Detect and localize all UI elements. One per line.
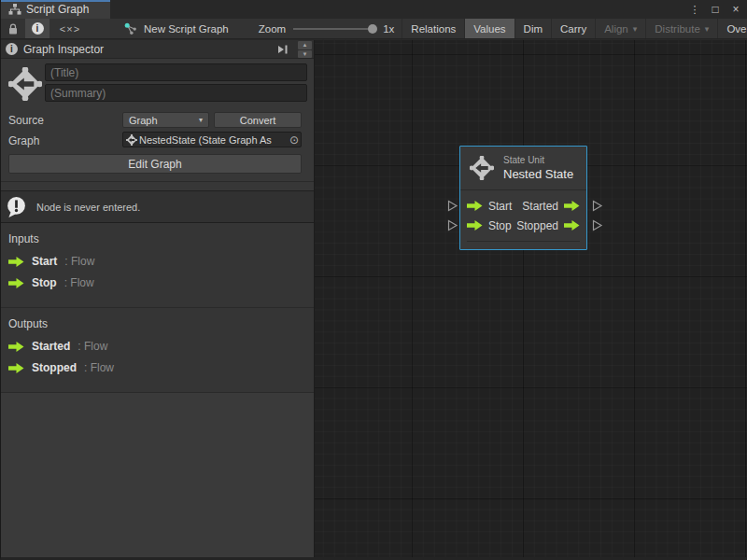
warning-text: Node is never entered. <box>36 202 140 213</box>
graph-field-label: Graph <box>8 134 39 147</box>
state-graph-asset-icon <box>126 134 137 146</box>
graph-object-value: NestedState (State Graph As <box>139 134 289 146</box>
outgoing-transition-port[interactable] <box>592 219 603 231</box>
graph-object-field[interactable]: NestedState (State Graph As ⊙ <box>122 132 302 147</box>
scroll-down-button[interactable]: ▼ <box>298 50 312 59</box>
carry-button[interactable]: Carry <box>552 19 596 38</box>
window-menu-icon[interactable]: ⋮ <box>687 2 702 17</box>
overview-button[interactable]: Overview <box>718 19 747 38</box>
port-name: Stop <box>32 276 57 289</box>
main-area: i Graph Inspector ▲ ▼ <box>1 40 747 560</box>
distribute-dropdown[interactable]: Distribute ▾ <box>646 19 718 38</box>
incoming-transition-port[interactable] <box>447 200 458 212</box>
tab-label: Script Graph <box>26 3 89 16</box>
new-script-graph-button[interactable]: New Script Graph <box>115 19 238 38</box>
info-icon: i <box>32 22 44 35</box>
incoming-transition-port[interactable] <box>447 219 458 231</box>
outgoing-transition-port[interactable] <box>592 200 603 212</box>
source-dropdown[interactable]: Graph ▾ <box>122 112 209 128</box>
tab-script-graph[interactable]: Script Graph <box>1 0 110 19</box>
input-port-start[interactable]: Start <box>467 200 512 213</box>
dock-toggle-button[interactable] <box>275 42 291 56</box>
window-controls: ⋮ □ × <box>687 0 743 19</box>
lock-icon <box>7 22 19 35</box>
port-type: : Flow <box>64 255 94 268</box>
state-unit-icon <box>8 67 42 101</box>
flow-arrow-icon <box>467 201 483 211</box>
inputs-section: Inputs Start : Flow Stop : Flow <box>1 223 314 307</box>
scroll-up-button[interactable]: ▲ <box>298 41 312 49</box>
port-label: Started <box>522 200 558 213</box>
chevron-down-icon: ▾ <box>633 24 638 34</box>
port-label: Start <box>488 200 512 213</box>
tab-active-accent <box>1 0 110 2</box>
convert-button[interactable]: Convert <box>214 112 302 128</box>
port-label: Stopped <box>516 219 558 232</box>
input-port-stop[interactable]: Stop <box>467 219 512 232</box>
graph-inspector-header: i Graph Inspector ▲ ▼ <box>1 40 314 59</box>
output-port-stopped[interactable]: Stopped <box>516 219 580 232</box>
state-unit-icon <box>470 156 494 180</box>
source-label: Source <box>8 114 44 127</box>
lock-button[interactable] <box>1 19 25 38</box>
warning-banner: Node is never entered. <box>1 190 314 223</box>
flow-arrow-icon <box>8 363 24 373</box>
node-footer <box>467 241 580 242</box>
output-port-started[interactable]: Started <box>522 200 580 213</box>
outputs-title: Outputs <box>8 317 306 330</box>
zoom-slider[interactable] <box>293 28 375 30</box>
chevron-down-icon: ▾ <box>705 24 710 34</box>
scroll-spinner: ▲ ▼ <box>298 41 312 58</box>
object-picker-icon[interactable]: ⊙ <box>289 133 299 147</box>
flow-arrow-icon <box>564 201 580 211</box>
nested-state-node[interactable]: State Unit Nested State Start Star <box>459 146 587 250</box>
inspector-toggle-button[interactable]: i <box>25 19 49 38</box>
graph-properties: Source Graph ▾ Convert Graph <box>1 108 314 181</box>
toolbar-right-group: Relations Values Dim Carry Align ▾ Distr… <box>402 19 747 38</box>
graph-node-icon <box>124 22 137 35</box>
toolbar-left-group: i <×> <box>1 19 91 38</box>
hierarchy-icon <box>8 4 21 15</box>
dock-icon <box>277 45 289 54</box>
graph-identity-block <box>1 59 314 108</box>
list-item: Started : Flow <box>8 340 306 353</box>
list-item: Start : Flow <box>8 255 306 268</box>
info-icon: i <box>6 43 18 55</box>
node-body: Start Started <box>460 190 586 242</box>
values-button[interactable]: Values <box>465 19 514 38</box>
unity-script-graph-window: Script Graph ⋮ □ × i <×> <box>0 0 747 560</box>
inputs-title: Inputs <box>8 232 306 245</box>
zoom-label: Zoom <box>259 23 286 35</box>
outputs-section: Outputs Started : Flow Stopped : Flow <box>1 308 314 392</box>
warning-bubble-icon <box>5 195 28 218</box>
zoom-slider-knob[interactable] <box>368 24 377 34</box>
port-name: Start <box>32 255 57 268</box>
graph-summary-input[interactable] <box>45 84 307 102</box>
port-type: : Flow <box>64 276 94 289</box>
edit-graph-button[interactable]: Edit Graph <box>8 154 302 174</box>
code-preview-button[interactable]: <×> <box>49 19 91 38</box>
inspector-empty-area <box>1 393 314 560</box>
flow-arrow-icon <box>564 220 580 231</box>
new-script-graph-label: New Script Graph <box>144 23 229 35</box>
list-item: Stop : Flow <box>8 276 306 289</box>
graph-title-input[interactable] <box>45 63 307 81</box>
node-port-row: Stop Stopped <box>467 216 580 235</box>
dim-button[interactable]: Dim <box>515 19 552 38</box>
relations-button[interactable]: Relations <box>402 19 465 38</box>
close-icon[interactable]: × <box>728 2 743 17</box>
port-name: Started <box>32 340 70 353</box>
spacer <box>1 182 314 190</box>
flow-arrow-icon <box>8 342 24 352</box>
graph-toolbar: i <×> New Script Graph Zoom 1x Relations… <box>1 19 747 39</box>
align-dropdown[interactable]: Align ▾ <box>596 19 646 38</box>
node-header[interactable]: State Unit Nested State <box>460 147 586 190</box>
distribute-label: Distribute <box>655 23 700 35</box>
port-type: : Flow <box>78 340 107 353</box>
maximize-icon[interactable]: □ <box>708 2 723 17</box>
graph-canvas[interactable]: State Unit Nested State Start Star <box>314 40 747 560</box>
list-item: Stopped : Flow <box>8 361 306 374</box>
zoom-value: 1x <box>383 23 394 35</box>
flow-arrow-icon <box>467 220 483 231</box>
flow-arrow-icon <box>8 257 24 267</box>
